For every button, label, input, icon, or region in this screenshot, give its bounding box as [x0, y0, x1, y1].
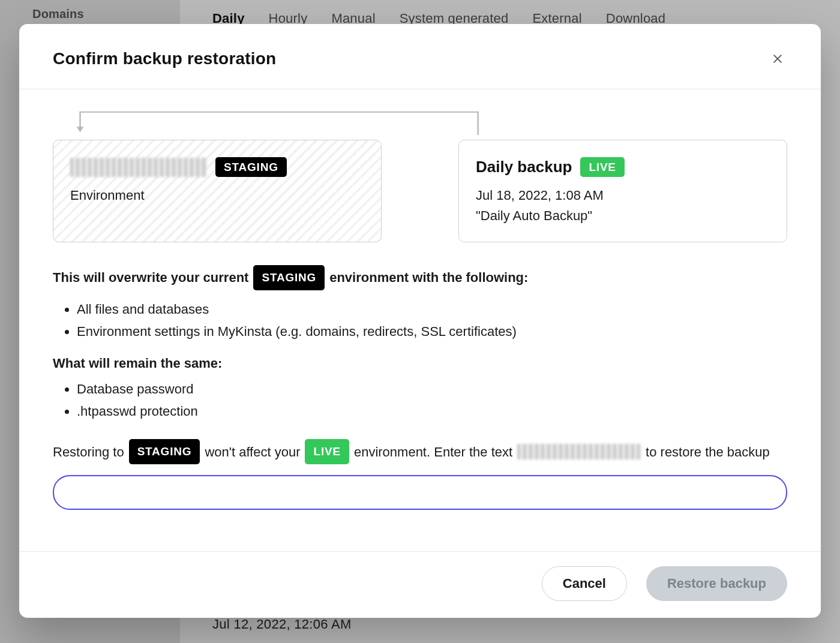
close-button[interactable]: [768, 49, 787, 68]
same-lead: What will remain the same:: [53, 353, 787, 374]
live-badge: LIVE: [580, 157, 624, 177]
source-backup-card: Daily backup LIVE Jul 18, 2022, 1:08 AM …: [458, 140, 787, 242]
confirm-input[interactable]: [53, 475, 787, 510]
modal-header: Confirm backup restoration: [19, 24, 821, 89]
restore-button[interactable]: Restore backup: [646, 566, 787, 601]
same-item: Database password: [77, 378, 787, 399]
staging-badge: STAGING: [215, 157, 287, 177]
cards-row: STAGING Environment Daily backup LIVE Ju…: [53, 140, 787, 242]
overwrite-item: Environment settings in MyKinsta (e.g. d…: [77, 321, 787, 342]
restore-note-pre: Restoring to: [53, 441, 124, 462]
restore-note-post: environment.: [354, 441, 430, 462]
staging-badge-inline2: STAGING: [129, 439, 200, 464]
flow-arrow: [72, 107, 768, 135]
cancel-button[interactable]: Cancel: [542, 566, 627, 601]
environment-label: Environment: [70, 188, 364, 203]
backup-card-title: Daily backup: [476, 158, 572, 176]
backup-timestamp: Jul 18, 2022, 1:08 AM: [476, 185, 770, 206]
modal-footer: Cancel Restore backup: [19, 551, 821, 618]
close-icon: [772, 53, 784, 65]
confirm-instruction: Enter the text to restore the backup: [434, 441, 770, 462]
confirm-phrase-redacted: [517, 444, 641, 459]
backup-name: "Daily Auto Backup": [476, 206, 770, 226]
live-badge-inline: LIVE: [305, 439, 349, 464]
confirm-post: to restore the backup: [646, 441, 770, 462]
confirm-pre: Enter the text: [434, 441, 512, 462]
same-item: .htpasswd protection: [77, 401, 787, 422]
target-environment-card: STAGING Environment: [53, 140, 382, 242]
modal-title: Confirm backup restoration: [53, 49, 276, 68]
overwrite-section: This will overwrite your current STAGING…: [53, 265, 787, 510]
overwrite-lead-pre: This will overwrite your current: [53, 267, 248, 288]
staging-badge-inline: STAGING: [253, 265, 325, 290]
restore-note-mid: won't affect your: [205, 441, 300, 462]
modal-body: STAGING Environment Daily backup LIVE Ju…: [19, 89, 821, 536]
confirm-backup-modal: Confirm backup restoration STAGING Envir…: [19, 24, 821, 618]
environment-name-redacted: [70, 158, 207, 177]
overwrite-item: All files and databases: [77, 299, 787, 320]
overwrite-lead-post: environment with the following:: [329, 267, 528, 288]
